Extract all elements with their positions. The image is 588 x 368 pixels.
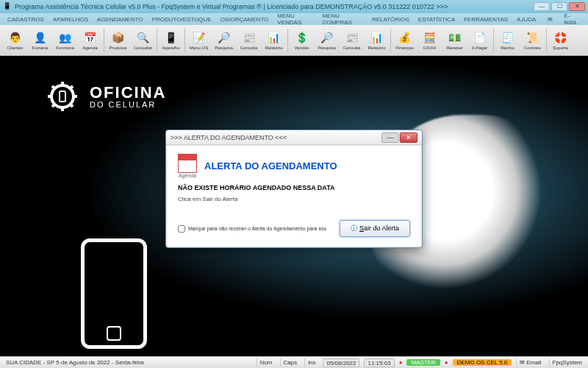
menu-item[interactable]: ESTATÍSTICA [414, 16, 459, 23]
menu-item[interactable]: CADASTROS [3, 16, 49, 23]
toolbar-pesquisa[interactable]: 🔎Pesquisa [212, 26, 236, 54]
toolbar-relatório[interactable]: 📊Relatório [365, 26, 389, 54]
toolbar-label: Contrato [524, 46, 541, 50]
menu-item[interactable]: FERRAMENTAS [459, 16, 512, 23]
toolbar-icon: 📅 [83, 30, 98, 45]
toolbar-suporte[interactable]: 🛟Suporte [548, 26, 573, 54]
toolbar-contrato[interactable]: 📜Contrato [520, 26, 545, 54]
dialog-close-button[interactable]: ✕ [400, 132, 417, 143]
toolbar-relatório[interactable]: 📊Relatório [262, 26, 286, 54]
email-label: E-MAIL [559, 13, 582, 26]
toolbar-icon: 🧮 [423, 30, 437, 45]
toolbar-produtos[interactable]: 📦Produtos [106, 26, 130, 54]
toolbar-label: Relatório [368, 46, 385, 50]
checkbox-label: Marque para não receber o Alerta do Agen… [188, 226, 326, 231]
envelope-icon: ✉ [543, 16, 557, 23]
dialog-minimize-button[interactable]: — [381, 132, 399, 143]
toolbar-separator [157, 29, 157, 52]
toolbar-label: Agenda [82, 46, 98, 50]
close-button[interactable]: ✕ [569, 2, 585, 11]
menu-email[interactable]: ✉ E-MAIL [540, 13, 585, 26]
workspace: OFICINA DO CELULAR >>> ALERTA DO AGENDAM… [0, 56, 588, 356]
toolbar-label: Produtos [109, 46, 126, 50]
toolbar-icon: 📊 [267, 30, 282, 45]
toolbar-label: Consultar [134, 46, 153, 50]
menu-item[interactable]: PRODUTO/ESTOQUE [148, 16, 216, 23]
menu-item[interactable]: OS/ORÇAMENTO [216, 16, 273, 23]
status-bar: SUA CIDADE - SP 5 de Agosto de 2022 - Se… [0, 356, 588, 368]
exit-alert-button[interactable]: ⓘ Sair do Alerta [340, 220, 410, 237]
status-user: MASTER [406, 359, 440, 366]
envelope-icon: ✉ [520, 359, 525, 366]
info-icon: ⓘ [351, 224, 359, 232]
suppress-alert-input[interactable] [178, 225, 185, 233]
dialog-title: >>> ALERTA DO AGENDAMENTO <<< [171, 134, 287, 141]
toolbar-icon: 📱 [164, 30, 179, 45]
toolbar-icon: 📦 [111, 30, 126, 45]
toolbar-finanças[interactable]: 💰Finanças [392, 26, 417, 54]
toolbar-icon: 💰 [398, 30, 412, 45]
toolbar-icon: 📰 [345, 30, 359, 45]
menu-item[interactable]: AJUDA [512, 16, 540, 23]
status-numlock: Num [257, 358, 276, 367]
menu-item[interactable]: MENU VENDAS [273, 13, 318, 26]
status-email[interactable]: ✉ Email [516, 358, 544, 367]
menu-bar: CADASTROSAPARELHOSAGENDAMENTOPRODUTO/EST… [0, 13, 588, 25]
menu-item[interactable]: MENU COMPRAS [318, 13, 367, 26]
window-buttons: — ☐ ✕ [534, 2, 585, 11]
logo-line1: OFICINA [90, 85, 166, 101]
menu-item[interactable]: RELATÓRIOS [368, 16, 414, 23]
suppress-alert-checkbox[interactable]: Marque para não receber o Alerta do Agen… [178, 225, 326, 233]
toolbar-label: Suporte [553, 46, 568, 50]
maximize-button[interactable]: ☐ [551, 2, 567, 11]
toolbar-receber[interactable]: 💵Receber [442, 26, 467, 54]
toolbar-label: Finanças [395, 46, 413, 50]
toolbar-label: Aparelho [162, 46, 179, 50]
toolbar-consulta[interactable]: 📰Consulta [237, 26, 261, 54]
toolbar-icon: 💲 [295, 30, 309, 45]
toolbar-aparelho[interactable]: 📱Aparelho [159, 26, 183, 54]
toolbar-separator [287, 29, 288, 52]
toolbar-label: Clientes [7, 46, 24, 50]
toolbar-icon: 🛟 [553, 30, 568, 45]
status-vendor[interactable]: FpqSystem [549, 358, 585, 367]
toolbar-consulta[interactable]: 📰Consulta [340, 26, 364, 54]
toolbar-icon: 👤 [33, 30, 48, 45]
toolbar-vendas[interactable]: 💲Vendas [290, 26, 314, 54]
toolbar-menu os[interactable]: 📝Menu OS [187, 26, 211, 54]
toolbar-agenda[interactable]: 📅Agenda [78, 26, 102, 54]
bullet-icon: ● [399, 359, 403, 366]
toolbar-icon: 🧾 [501, 30, 515, 45]
main-toolbar: 👨Clientes👤Fornece👥Funciona📅Agenda📦Produt… [0, 25, 588, 56]
toolbar-funciona[interactable]: 👥Funciona [53, 26, 77, 54]
toolbar-clientes[interactable]: 👨Clientes [3, 26, 27, 54]
toolbar-a pagar[interactable]: 📄A Pagar [467, 26, 492, 54]
toolbar-fornece[interactable]: 👤Fornece [28, 26, 52, 54]
alert-dialog: >>> ALERTA DO AGENDAMENTO <<< — ✕ Agenda… [165, 130, 423, 248]
menu-item[interactable]: AGENDAMENTO [93, 16, 148, 23]
toolbar-label: Consulta [343, 46, 361, 50]
gear-icon [44, 78, 81, 115]
toolbar-label: Funciona [56, 46, 74, 50]
toolbar-consultar[interactable]: 🔍Consultar [131, 26, 155, 54]
toolbar-label: Menu OS [190, 46, 208, 50]
toolbar-separator [546, 29, 547, 52]
toolbar-label: Recibo [501, 46, 514, 50]
minimize-button[interactable]: — [534, 2, 550, 11]
svg-rect-1 [60, 91, 65, 102]
window-titlebar: 📱 Programa Assistência Técnica Celular v… [0, 0, 588, 13]
agenda-label: Agenda [178, 173, 197, 178]
dialog-message-secondary: Clica em Sair do Alerta [178, 196, 410, 202]
status-location: SUA CIDADE - SP 5 de Agosto de 2022 - Se… [3, 358, 252, 367]
toolbar-label: A Pagar [472, 46, 487, 50]
toolbar-recibo[interactable]: 🧾Recibo [495, 26, 520, 54]
toolbar-label: Vendas [294, 46, 309, 50]
toolbar-caixa[interactable]: 🧮CAIXA [417, 26, 442, 54]
toolbar-icon: 💵 [448, 30, 462, 45]
menu-item[interactable]: APARELHOS [49, 16, 93, 23]
toolbar-pesquisa[interactable]: 🔎Pesquisa [315, 26, 339, 54]
app-logo: OFICINA DO CELULAR [44, 78, 166, 115]
toolbar-label: CAIXA [423, 46, 436, 50]
window-title: Programa Assistência Técnica Celular v5.… [15, 3, 448, 10]
toolbar-icon: 📜 [526, 30, 540, 45]
